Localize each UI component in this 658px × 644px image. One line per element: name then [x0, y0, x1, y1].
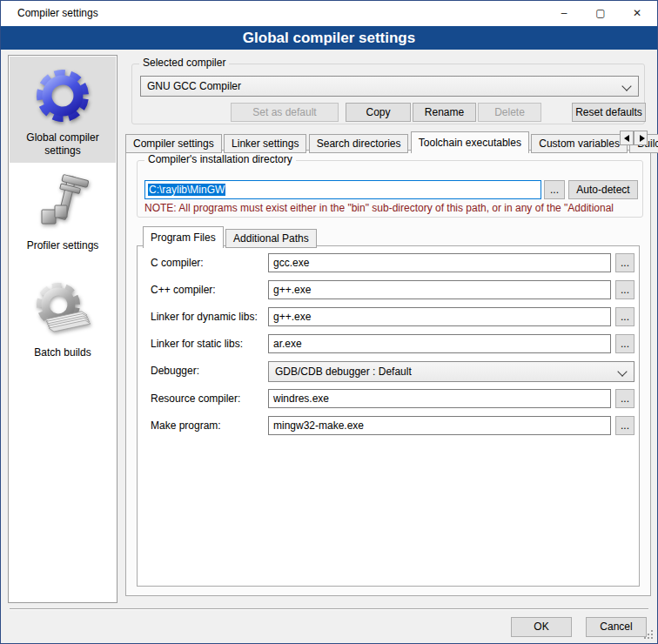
sidebar-item-profiler-settings[interactable]: Profiler settings: [10, 166, 116, 258]
compiler-select[interactable]: GNU GCC Compiler: [140, 76, 639, 97]
programs-tabstrip: Program Files Additional Paths: [143, 226, 317, 245]
set-as-default-button: Set as default: [231, 103, 339, 122]
tab-program-files[interactable]: Program Files: [143, 226, 224, 248]
compiler-settings-dialog: Compiler settings – ▢ ✕ Global compiler …: [0, 0, 658, 644]
install-dir-input[interactable]: C:\raylib\MinGW: [144, 180, 541, 199]
maximize-button[interactable]: ▢: [582, 1, 619, 26]
tab-linker-settings[interactable]: Linker settings: [224, 134, 306, 153]
selected-compiler-group-title: Selected compiler: [139, 57, 229, 69]
left-arrow-icon: [624, 135, 629, 142]
caliper-icon: [31, 173, 94, 234]
install-dir-group-title: Compiler's installation directory: [144, 153, 296, 165]
settings-tabstrip: Compiler settings Linker settings Search…: [125, 131, 658, 151]
debugger-select-value: GDB/CDB debugger : Default: [275, 366, 412, 378]
auto-detect-button[interactable]: Auto-detect: [568, 180, 638, 199]
delete-button: Delete: [478, 103, 541, 122]
close-button[interactable]: ✕: [619, 1, 655, 26]
install-dir-value: C:\raylib\MinGW: [148, 184, 225, 196]
make-program-input[interactable]: [268, 416, 611, 435]
cpp-compiler-label: C++ compiler:: [151, 280, 216, 299]
sidebar-item-global-compiler-settings[interactable]: Global compiler settings: [10, 57, 116, 163]
install-dir-browse-button[interactable]: ...: [544, 180, 565, 199]
reset-defaults-button[interactable]: Reset defaults: [572, 103, 646, 122]
resource-compiler-browse-button[interactable]: ...: [615, 389, 634, 408]
sidebar: Global compiler settings: [8, 55, 118, 603]
compiler-select-value: GNU GCC Compiler: [147, 80, 241, 92]
linker-static-browse-button[interactable]: ...: [615, 334, 634, 353]
linker-static-input[interactable]: [268, 334, 611, 353]
resize-grip[interactable]: [651, 637, 653, 639]
cpp-compiler-browse-button[interactable]: ...: [615, 280, 634, 299]
tab-scroll-right-button[interactable]: [634, 131, 648, 145]
right-arrow-icon: [640, 135, 645, 142]
linker-static-label: Linker for static libs:: [151, 334, 243, 353]
install-dir-group: Compiler's installation directory C:\ray…: [137, 160, 643, 218]
resource-compiler-input[interactable]: [268, 389, 611, 408]
tab-custom-variables[interactable]: Custom variables: [531, 134, 628, 153]
banner: Global compiler settings: [1, 26, 657, 50]
tab-search-directories[interactable]: Search directories: [309, 134, 409, 153]
sidebar-item-label: Batch builds: [10, 346, 116, 359]
footer-separator: [10, 608, 648, 610]
copy-button[interactable]: Copy: [346, 103, 411, 122]
debugger-label: Debugger:: [151, 361, 199, 380]
c-compiler-input[interactable]: [268, 253, 611, 272]
c-compiler-label: C compiler:: [151, 253, 204, 272]
program-files-panel: C compiler: ... C++ compiler: ... Linker…: [137, 245, 640, 587]
gear-blue-icon: [31, 64, 94, 126]
titlebar: Compiler settings – ▢ ✕: [1, 1, 657, 26]
tab-compiler-settings[interactable]: Compiler settings: [125, 134, 222, 153]
minimize-button[interactable]: –: [546, 1, 582, 26]
cpp-compiler-input[interactable]: [268, 280, 611, 299]
install-dir-note: NOTE: All programs must exist either in …: [144, 202, 641, 214]
gear-stack-icon: [31, 278, 94, 341]
tab-additional-paths[interactable]: Additional Paths: [225, 229, 317, 248]
rename-button[interactable]: Rename: [413, 103, 476, 122]
linker-dynamic-label: Linker for dynamic libs:: [151, 307, 258, 326]
sidebar-item-batch-builds[interactable]: Batch builds: [10, 272, 116, 365]
make-program-label: Make program:: [151, 416, 221, 435]
tab-scroll-left-button[interactable]: [620, 131, 634, 145]
toolchain-executables-page: Compiler's installation directory C:\ray…: [125, 150, 651, 596]
chevron-down-icon: [617, 366, 627, 376]
sidebar-item-label: Profiler settings: [10, 239, 116, 252]
linker-dynamic-input[interactable]: [268, 307, 611, 326]
page-title: Global compiler settings: [1, 26, 657, 50]
make-program-browse-button[interactable]: ...: [615, 416, 634, 435]
c-compiler-browse-button[interactable]: ...: [615, 253, 634, 272]
resource-compiler-label: Resource compiler:: [151, 389, 240, 408]
window-controls: – ▢ ✕: [546, 1, 655, 26]
debugger-select[interactable]: GDB/CDB debugger : Default: [268, 361, 634, 382]
sidebar-item-label: Global compiler settings: [10, 131, 116, 158]
cancel-button[interactable]: Cancel: [586, 617, 647, 637]
linker-dynamic-browse-button[interactable]: ...: [615, 307, 634, 326]
ok-button[interactable]: OK: [511, 617, 572, 637]
chevron-down-icon: [621, 81, 631, 91]
window-title: Compiler settings: [17, 1, 98, 26]
selected-compiler-group: Selected compiler GNU GCC Compiler Set a…: [131, 64, 645, 124]
tab-toolchain-executables[interactable]: Toolchain executables: [411, 131, 529, 153]
